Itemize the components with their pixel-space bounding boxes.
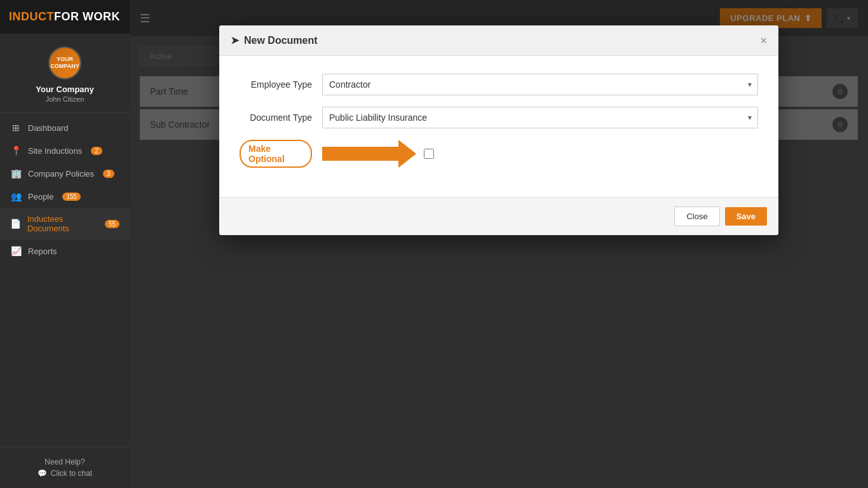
sidebar-help: Need Help? 💬 Click to chat (0, 447, 130, 488)
sidebar-profile: YOURCOMPANY Your Company John Citizen (0, 34, 130, 112)
arrow-head (398, 140, 416, 168)
inductees-documents-badge: 55 (105, 220, 119, 228)
logo-work: WORK (79, 10, 121, 23)
modal-header: ➤ New Document × (219, 25, 778, 56)
company-policies-icon: 🏢 (10, 168, 22, 179)
logo-for: FOR (54, 10, 79, 23)
make-optional-label: Make Optional (240, 140, 312, 168)
make-optional-checkbox[interactable] (424, 149, 434, 159)
sidebar-item-dashboard[interactable]: ⊞ Dashboard (0, 116, 130, 139)
chat-icon: 💬 (37, 469, 47, 478)
sidebar-nav: ⊞ Dashboard 📍 Site Inductions 2 🏢 Compan… (0, 112, 130, 447)
arrow-shape (322, 140, 416, 168)
logo-induct: INDUCT (9, 10, 54, 23)
document-type-label: Document Type (240, 112, 322, 123)
sidebar-item-label: Company Policies (28, 169, 94, 179)
inductees-documents-icon: 📄 (10, 219, 21, 229)
make-optional-row: Make Optional (240, 140, 758, 168)
sidebar-item-label: Inductees Documents (27, 214, 96, 233)
sidebar-item-reports[interactable]: 📈 Reports (0, 240, 130, 262)
avatar: YOURCOMPANY (48, 46, 81, 79)
modal-close-button[interactable]: × (760, 35, 767, 46)
sidebar-item-label: Reports (28, 247, 57, 256)
sidebar-item-label: Dashboard (28, 123, 69, 133)
company-name: Your Company (36, 85, 94, 94)
sidebar-item-label: Site Inductions (28, 146, 82, 156)
save-button[interactable]: Save (725, 207, 767, 226)
arrow-body (322, 147, 398, 161)
main-content: ☰ UPGRADE PLAN ⬆ 📞 ▾ Active Inactive All… (130, 0, 868, 488)
reports-icon: 📈 (10, 246, 22, 256)
logo: INDUCTFOR WORK (0, 0, 130, 34)
modal-title: ➤ New Document (231, 34, 318, 46)
site-inductions-badge: 2 (91, 147, 102, 155)
chat-text: Click to chat (51, 469, 92, 478)
employee-type-select[interactable]: Contractor Part Time Sub Contractor Full… (322, 74, 758, 95)
sidebar-item-inductees-documents[interactable]: 📄 Inductees Documents 55 (0, 208, 130, 240)
modal-title-text: New Document (244, 35, 318, 46)
user-name: John Citizen (46, 95, 85, 103)
employee-type-label: Employee Type (240, 79, 322, 90)
company-policies-badge: 3 (103, 170, 114, 178)
need-help-text: Need Help? (10, 458, 119, 466)
new-document-modal: ➤ New Document × Employee Type Contracto… (219, 25, 778, 235)
sidebar-item-label: People (28, 192, 53, 201)
document-type-row: Document Type Public Liability Insurance… (240, 107, 758, 128)
document-type-wrapper: Public Liability Insurance Work Cover Ot… (322, 107, 758, 128)
modal-body: Employee Type Contractor Part Time Sub C… (219, 56, 778, 197)
people-icon: 👥 (10, 191, 22, 201)
sidebar-item-site-inductions[interactable]: 📍 Site Inductions 2 (0, 139, 130, 162)
site-inductions-icon: 📍 (10, 146, 22, 156)
sidebar: INDUCTFOR WORK YOURCOMPANY Your Company … (0, 0, 130, 488)
document-type-select[interactable]: Public Liability Insurance Work Cover Ot… (322, 107, 758, 128)
people-badge: 155 (62, 193, 81, 201)
sidebar-item-people[interactable]: 👥 People 155 (0, 185, 130, 208)
employee-type-wrapper: Contractor Part Time Sub Contractor Full… (322, 74, 758, 95)
document-icon: ➤ (231, 34, 239, 46)
close-button[interactable]: Close (674, 207, 719, 226)
employee-type-row: Employee Type Contractor Part Time Sub C… (240, 74, 758, 95)
dashboard-icon: ⊞ (10, 123, 22, 133)
modal-footer: Close Save (219, 197, 778, 235)
sidebar-item-company-policies[interactable]: 🏢 Company Policies 3 (0, 162, 130, 185)
chat-link[interactable]: 💬 Click to chat (10, 469, 119, 478)
